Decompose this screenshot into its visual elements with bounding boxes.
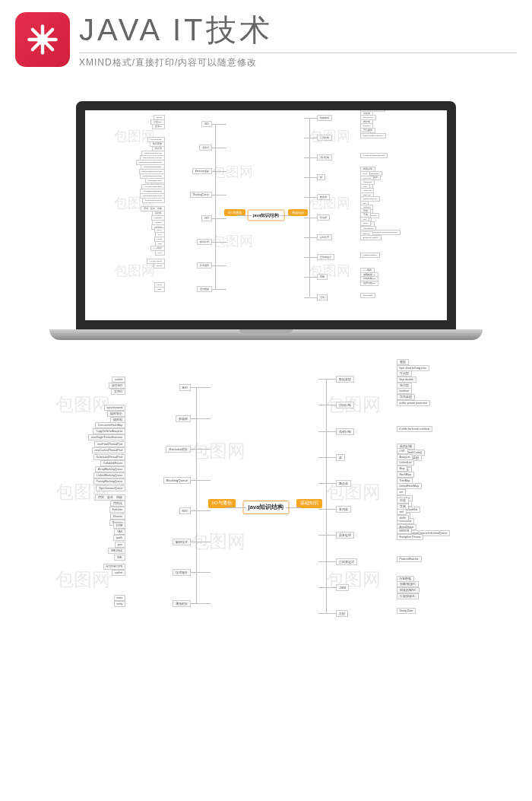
watermark: 包图网	[191, 439, 245, 463]
leaf-node: newFixedThreadPool	[94, 441, 125, 447]
group-label: 通信框架	[197, 286, 212, 292]
watermark: 包图网	[55, 567, 110, 592]
group-label: 解析技术	[197, 239, 212, 245]
group-label: 集合类	[336, 480, 351, 487]
group-label: 异常处理	[317, 234, 332, 240]
leaf-node: 垃圾回收GC	[360, 281, 378, 286]
leaf-node: socket	[154, 263, 165, 269]
group-label: JVM	[317, 274, 328, 280]
group-label: JVM	[336, 584, 348, 591]
leaf-node: json	[115, 542, 125, 548]
leaf-node: 文件IO	[111, 389, 126, 395]
xmind-logo	[15, 12, 70, 67]
group-label: 正则表达式	[317, 254, 334, 260]
leaf-node: ArrayBlockingQueue	[95, 466, 125, 472]
leaf-node: socket	[112, 570, 125, 576]
group-label: 流程控制	[317, 154, 332, 161]
laptop-screen: 包图网包图网包图网包图网包图网包图网包图网包图网java知识结构I/O与通信基础…	[76, 101, 456, 329]
leaf-node: 文件IO	[152, 124, 165, 129]
page-title: JAVA IT技术	[79, 9, 517, 51]
laptop-frame: 包图网包图网包图网包图网包图网包图网包图网包图网java知识结构I/O与通信基础…	[49, 101, 483, 340]
leaf-node: ScheduledThreadPool	[93, 454, 126, 460]
center-node: java知识结构	[243, 501, 290, 514]
watermark: 包图网	[212, 163, 253, 181]
group-label: 访问控制	[317, 135, 332, 141]
laptop-preview: 包图网包图网包图网包图网包图网包图网包图网包图网java知识结构I/O与通信基础…	[0, 78, 532, 355]
leaf-node: XML	[114, 555, 125, 561]
group-label: BIO	[201, 121, 211, 127]
leaf-node: xfufle	[397, 515, 409, 521]
leaf-node: Exception Throws	[397, 534, 424, 540]
group-label: 流程控制	[336, 428, 354, 435]
leaf-node: Reactor	[110, 513, 125, 520]
group-label: 类	[336, 454, 345, 461]
group-label: 多线程	[176, 415, 191, 422]
leaf-node: 序列化	[110, 501, 125, 507]
group-label: 类	[317, 174, 325, 180]
leaf-node: String Date	[360, 293, 376, 298]
logo-icon	[26, 23, 59, 56]
group-label: 常用类	[336, 506, 351, 513]
leaf-node: ConcurrentHashMap	[95, 422, 125, 428]
leaf-node: synchronized	[104, 405, 126, 411]
group-label: Executor框架	[166, 446, 191, 453]
group-label: Executor框架	[192, 168, 212, 174]
leaf-node: mina	[114, 595, 126, 601]
leaf-node: newCachedThreadPool	[92, 447, 126, 453]
leaf-node: if while for break continue	[360, 153, 388, 158]
group-label: 访问控制	[336, 402, 354, 408]
laptop-base	[49, 329, 483, 340]
leaf-node: Pattern/Watcher	[360, 253, 380, 258]
leaf-node: LinkedBlockingQueue	[93, 472, 125, 478]
watermark: 包图网	[326, 567, 381, 592]
header: JAVA IT技术 XMIND格式/直接打印/内容可以随意修改	[0, 0, 532, 78]
group-label: 泛型	[317, 294, 328, 300]
leaf-node: 整型	[360, 103, 371, 108]
title-block: JAVA IT技术 XMIND格式/直接打印/内容可以随意修改	[79, 9, 517, 69]
group-label: BIO	[179, 384, 191, 391]
leaf-node: HTTP/HTTPS	[103, 564, 126, 570]
group-label: BlockingQueue	[163, 477, 191, 484]
group-label: 技术服务	[173, 569, 191, 576]
group-label: 异常处理	[336, 532, 354, 539]
center-node: java知识结构	[248, 210, 285, 221]
mindmap-small: 包图网包图网包图网包图网包图网包图网包图网包图网java知识结构I/O与通信基础…	[85, 110, 447, 320]
leaf-node: socket	[112, 377, 125, 383]
leaf-node: SAX	[114, 529, 125, 535]
leaf-node: CopyOnWriteArrayList	[93, 428, 125, 434]
leaf-node: XML	[155, 250, 165, 256]
leaf-node: PriorityBlockingQueue	[93, 478, 126, 485]
page-subtitle: XMIND格式/直接打印/内容可以随意修改	[79, 52, 517, 69]
leaf-node: Exception Throws	[360, 235, 382, 240]
group-label: 技术服务	[197, 262, 212, 269]
leaf-node: 序列、版本、传输	[95, 494, 125, 501]
leaf-node: 原生BIO	[109, 383, 125, 389]
leaf-node: XML协议	[108, 548, 125, 554]
leaf-node: 线程安全	[107, 411, 125, 417]
leaf-node: netty	[114, 601, 126, 607]
leaf-node: netty	[154, 287, 164, 292]
leaf-node: DOM	[113, 523, 125, 529]
leaf-node: public private protected	[397, 400, 430, 406]
watermark: 包图网	[55, 393, 110, 417]
full-mindmap-section: 包图网包图网包图网包图网包图网包图网包图网包图网java知识结构I/O与通信基础…	[0, 370, 532, 644]
leaf-node: if while for break continue	[397, 426, 433, 432]
group-label: 解析技术	[173, 539, 191, 545]
leaf-node: xfufle	[360, 221, 371, 226]
leaf-node: newSingleThreadExecutor	[88, 434, 125, 440]
group-label: BlockingQueue	[190, 192, 211, 198]
group-label: 数据类型	[317, 115, 332, 121]
leaf-node: SynchronousQueue	[96, 485, 125, 491]
mindmap-large: 包图网包图网包图网包图网包图网包图网包图网包图网java知识结构I/O与通信基础…	[15, 370, 517, 644]
group-label: 常用类	[317, 215, 330, 221]
leaf-node: ForkJoin	[109, 507, 125, 513]
group-label: 集合类	[317, 194, 330, 200]
leaf-node: 垃圾回收GC	[397, 593, 419, 599]
leaf-node: xpath	[113, 535, 126, 541]
group-label: 泛型	[336, 610, 348, 617]
leaf-node: Pattern/Watcher	[397, 556, 422, 562]
group-label: 通信框架	[173, 600, 191, 607]
group-label: 正则表达式	[336, 558, 357, 565]
group-label: NIO	[179, 507, 191, 514]
leaf-node: SynchronousQueue	[142, 198, 165, 203]
